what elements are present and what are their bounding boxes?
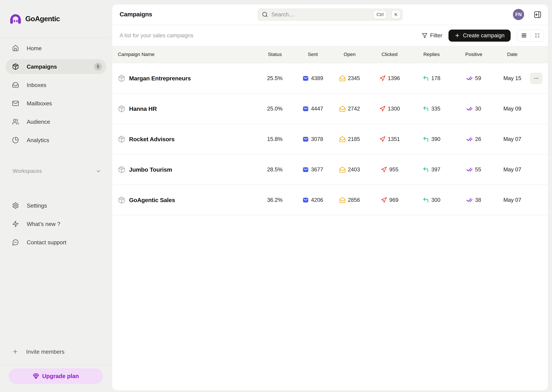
open-value: 2856 [348, 197, 360, 203]
sidebar-item-contact-support[interactable]: Contact support [6, 235, 106, 250]
package-icon [118, 75, 125, 82]
date-cell: May 07 [496, 136, 528, 142]
toolbar-actions: Filter Create campaign [422, 29, 544, 42]
mail-filled-icon [302, 75, 309, 81]
mail-open-icon [339, 136, 346, 142]
open-cell: 2742 [332, 105, 367, 112]
table-row[interactable]: Rocket Advisors 15.8% 3078 2185 [112, 124, 548, 154]
create-campaign-label: Create campaign [463, 32, 505, 39]
table-header: Campaign Name Status Sent Open Clicked R… [112, 46, 548, 63]
filter-label: Filter [430, 32, 442, 39]
sent-cell: 4389 [294, 75, 332, 81]
send-arrow-icon [381, 166, 387, 173]
campaign-name-cell: Jumbo Tourism [118, 166, 256, 173]
sidebar-item-whats-new[interactable]: What’s new ? [6, 217, 106, 231]
plus-icon [12, 349, 18, 355]
sidebar-item-campaigns[interactable]: Campaigns 5 [6, 59, 106, 74]
toolbar: A list for your sales campaigns Filter C… [112, 25, 548, 46]
status-cell: 15.8% [256, 136, 294, 142]
row-actions-cell [528, 72, 544, 84]
plus-icon [455, 33, 460, 38]
replies-cell: 178 [412, 75, 451, 81]
double-check-icon [466, 166, 473, 173]
table-row[interactable]: Hanna HR 25.0% 4447 2742 [112, 94, 548, 124]
double-check-icon [466, 75, 473, 81]
brand-name: GoAgentic [25, 15, 60, 23]
campaign-name: Rocket Advisors [129, 136, 174, 142]
collapse-sidebar-button[interactable] [534, 10, 542, 19]
sidebar-item-label: Campaigns [27, 63, 57, 70]
open-cell: 2185 [332, 136, 367, 142]
view-toggle [517, 29, 544, 42]
filter-button[interactable]: Filter [422, 32, 442, 39]
row-more-button[interactable] [530, 72, 543, 84]
list-view-button[interactable] [517, 30, 530, 41]
package-icon [118, 166, 125, 173]
clicked-value: 969 [389, 197, 398, 203]
column-header-open: Open [332, 51, 367, 57]
sidebar-item-label: What’s new ? [27, 221, 60, 227]
double-check-icon [466, 197, 473, 203]
page-subtitle: A list for your sales campaigns [120, 32, 193, 39]
mail-open-icon [339, 105, 346, 112]
table-row[interactable]: GoAgentic Sales 36.2% 4206 2856 [112, 185, 548, 215]
mail-open-icon [339, 166, 346, 173]
reply-arrow-icon [423, 166, 429, 173]
reply-arrow-icon [423, 75, 429, 81]
sent-cell: 4447 [294, 105, 332, 112]
upgrade-plan-button[interactable]: Upgrade plan [9, 368, 103, 384]
create-campaign-button[interactable]: Create campaign [449, 29, 511, 42]
table-row[interactable]: Margan Entrepreneurs 25.5% 4389 2345 [112, 63, 548, 94]
column-header-replies: Replies [412, 51, 451, 57]
replies-value: 300 [431, 197, 440, 203]
workspaces-label: Workspaces [13, 168, 42, 174]
clicked-cell: 1396 [367, 75, 412, 81]
pie-chart-icon [12, 137, 19, 144]
clicked-cell: 1351 [367, 136, 412, 142]
column-header-date: Date [496, 51, 528, 57]
sent-value: 4389 [311, 75, 323, 81]
table-body: Margan Entrepreneurs 25.5% 4389 2345 [112, 63, 548, 215]
sidebar-item-label: Mailboxes [27, 100, 52, 107]
package-icon [12, 63, 19, 70]
sidebar-secondary-nav: Settings What’s new ? Contact support [0, 195, 112, 250]
mail-filled-icon [302, 136, 309, 142]
replies-value: 390 [431, 136, 440, 142]
sidebar-item-label: Inboxes [27, 82, 46, 88]
search-input[interactable] [271, 11, 370, 18]
user-avatar[interactable]: FN [513, 9, 524, 20]
reply-arrow-icon [423, 197, 429, 203]
sidebar-item-audience[interactable]: Audience [6, 114, 106, 129]
goagentic-headphones-logo-icon [9, 13, 22, 24]
sidebar-item-mailboxes[interactable]: Mailboxes [6, 96, 106, 111]
panel-collapse-icon [534, 10, 542, 19]
clicked-value: 1300 [388, 105, 400, 112]
double-check-icon [466, 105, 473, 112]
sidebar-item-settings[interactable]: Settings [6, 198, 106, 213]
positive-value: 59 [475, 75, 481, 81]
invite-members-button[interactable]: Invite members [6, 344, 106, 359]
status-cell: 36.2% [256, 197, 294, 203]
sidebar-item-analytics[interactable]: Analytics [6, 133, 106, 147]
open-value: 2403 [348, 166, 360, 173]
search-bar[interactable]: Ctrl K [257, 8, 403, 21]
column-header-sent: Sent [294, 51, 332, 57]
sidebar-item-inboxes[interactable]: Inboxes [6, 77, 106, 92]
replies-value: 178 [431, 75, 440, 81]
positive-value: 38 [475, 197, 481, 203]
clicked-cell: 955 [367, 166, 412, 173]
clicked-cell: 1300 [367, 105, 412, 112]
positive-cell: 30 [451, 105, 496, 112]
kbd-ctrl: Ctrl [374, 10, 386, 19]
home-icon [12, 45, 19, 52]
clicked-value: 955 [389, 166, 398, 173]
sidebar-item-home[interactable]: Home [6, 41, 106, 56]
sidebar: GoAgentic Home Campaigns 5 Inboxes [0, 0, 112, 392]
status-cell: 25.0% [256, 105, 294, 112]
replies-cell: 300 [412, 197, 451, 203]
workspaces-toggle[interactable]: Workspaces [6, 165, 106, 177]
grid-view-button[interactable] [530, 30, 544, 41]
replies-cell: 397 [412, 166, 451, 173]
table-row[interactable]: Jumbo Tourism 28.5% 3677 2403 [112, 154, 548, 185]
chevron-down-icon [95, 168, 102, 174]
